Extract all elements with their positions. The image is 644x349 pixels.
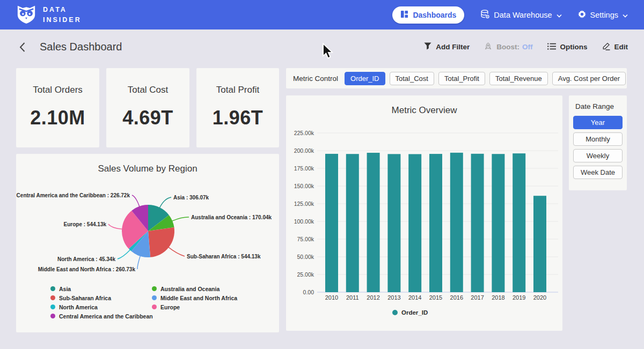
sales-volume-card: Asia : 306.07kAustralia and Oceania : 17… — [16, 154, 279, 332]
legend-item: Asia — [50, 284, 153, 293]
legend-label: Australia and Oceania — [160, 286, 219, 292]
svg-text:2019: 2019 — [513, 294, 525, 301]
legend-dot — [50, 305, 55, 309]
svg-text:50.00k: 50.00k — [297, 254, 314, 260]
legend-label: Central America and the Caribbean — [59, 313, 153, 320]
svg-text:2015: 2015 — [429, 294, 442, 301]
boost-state: Off — [522, 43, 533, 51]
page-title: Sales Dashboard — [40, 41, 122, 53]
rocket-icon — [484, 42, 492, 52]
kpi-card-total-cost: Total Cost 4.69T — [106, 68, 189, 147]
metric-overview-card: 0.0025.00k50.00k75.00k100.00k125.00k150.… — [286, 95, 562, 331]
svg-text:2011: 2011 — [346, 294, 359, 301]
options-button[interactable]: Options — [547, 43, 588, 51]
legend-item: Europe — [152, 302, 237, 311]
date-range-buttons: YearMonthlyWeeklyWeek Date — [573, 116, 623, 179]
legend-item: Australia and Oceania — [152, 284, 237, 293]
dashboards-nav-button[interactable]: Dashboards — [392, 6, 464, 24]
metric-option-avg-cost-per-order[interactable]: Avg. Cost per Order — [552, 72, 626, 85]
metric-option-total-cost[interactable]: Total_Cost — [390, 72, 434, 85]
legend-dot — [50, 314, 55, 318]
database-icon — [480, 10, 489, 20]
date-range-option-monthly[interactable]: Monthly — [573, 132, 623, 146]
svg-text:2016: 2016 — [450, 294, 463, 301]
bar-chart-title: Metric Overview — [286, 95, 562, 116]
legend-dot — [152, 286, 157, 291]
settings-menu[interactable]: Settings — [578, 10, 628, 20]
pie-legend-column-2: Australia and OceaniaMiddle East and Nor… — [152, 284, 237, 311]
svg-text:2010: 2010 — [325, 294, 338, 301]
legend-item: North America — [50, 302, 153, 311]
pie-legend-column-1: AsiaSub-Saharan AfricaNorth AmericaCentr… — [50, 284, 153, 321]
dashboards-grid-icon — [400, 10, 408, 20]
legend-item: Central America and the Caribbean — [50, 311, 153, 321]
legend-label: Sub-Saharan Africa — [59, 295, 111, 301]
date-range-option-week-date[interactable]: Week Date — [573, 166, 623, 179]
settings-label: Settings — [590, 11, 618, 19]
svg-text:2013: 2013 — [387, 294, 400, 301]
data-warehouse-label: Data Warehouse — [494, 11, 552, 19]
add-filter-button[interactable]: Add Filter — [424, 42, 470, 51]
bar-chart: 0.0025.00k50.00k75.00k100.00k125.00k150.… — [286, 95, 562, 331]
svg-text:2018: 2018 — [492, 294, 504, 301]
svg-text:75.00k: 75.00k — [297, 236, 314, 242]
pie-chart-title: Sales Volume by Region — [16, 154, 279, 174]
gear-icon — [578, 10, 586, 20]
kpi-value: 2.10M — [30, 107, 85, 129]
svg-text:Central America and the Caribb: Central America and the Caribbean : 226.… — [17, 192, 130, 198]
sales-dashboard-app: DATA INSIDER Dashboards — [0, 0, 644, 349]
kpi-value: 1.96T — [213, 107, 264, 129]
svg-text:Sub-Saharan Africa : 544.13k: Sub-Saharan Africa : 544.13k — [187, 254, 261, 259]
chevron-down-icon — [557, 11, 562, 19]
kpi-label: Total Profit — [216, 85, 259, 95]
legend-label: North America — [59, 304, 98, 310]
svg-text:2014: 2014 — [408, 294, 421, 301]
svg-text:Order_ID: Order_ID — [401, 309, 428, 316]
kpi-label: Total Cost — [128, 85, 169, 95]
legend-label: Asia — [59, 286, 71, 292]
date-range-panel: Date Range YearMonthlyWeeklyWeek Date — [569, 95, 627, 190]
legend-item: Middle East and North Africa — [152, 293, 237, 302]
svg-text:Asia : 306.07k: Asia : 306.07k — [173, 195, 209, 201]
metric-option-total-profit[interactable]: Total_Profit — [438, 72, 485, 85]
svg-text:225.00k: 225.00k — [294, 130, 314, 136]
legend-label: Middle East and North Africa — [160, 295, 237, 301]
svg-text:25.00k: 25.00k — [297, 271, 314, 278]
metric-control-bar: Metric Control Order_IDTotal_CostTotal_P… — [286, 68, 627, 88]
date-range-option-year[interactable]: Year — [573, 116, 623, 129]
dashboards-label: Dashboards — [413, 11, 456, 19]
brand-logo[interactable]: DATA INSIDER — [16, 4, 82, 26]
svg-text:200.00k: 200.00k — [294, 147, 314, 154]
svg-text:150.00k: 150.00k — [294, 183, 314, 189]
metric-option-order-id[interactable]: Order_ID — [345, 72, 385, 85]
edit-button[interactable]: Edit — [602, 42, 628, 52]
svg-text:2017: 2017 — [471, 294, 484, 301]
legend-dot — [50, 295, 55, 300]
kpi-label: Total Orders — [33, 85, 83, 95]
kpi-value: 4.69T — [122, 107, 173, 129]
metric-control-buttons: Order_IDTotal_CostTotal_ProfitTotal_Reve… — [345, 72, 626, 85]
legend-item: Sub-Saharan Africa — [50, 293, 153, 302]
legend-dot — [152, 305, 157, 309]
date-range-option-weekly[interactable]: Weekly — [573, 149, 623, 162]
data-warehouse-menu[interactable]: Data Warehouse — [480, 10, 561, 20]
svg-text:100.00k: 100.00k — [294, 218, 314, 225]
legend-dot — [50, 286, 55, 291]
brand-name: DATA INSIDER — [43, 5, 82, 24]
pencil-icon — [602, 42, 610, 52]
kpi-card-total-orders: Total Orders 2.10M — [16, 68, 99, 147]
boost-toggle[interactable]: Boost: Off — [484, 42, 532, 52]
svg-text:2020: 2020 — [533, 294, 546, 301]
svg-text:2012: 2012 — [367, 294, 379, 301]
svg-text:North America : 45.34k: North America : 45.34k — [57, 256, 115, 262]
dashboard-header: Sales Dashboard Add Filter Boost: Off — [0, 29, 644, 64]
svg-text:175.00k: 175.00k — [294, 165, 314, 172]
legend-dot — [152, 295, 157, 300]
svg-text:Middle East and North Africa :: Middle East and North Africa : 260.73k — [38, 266, 136, 272]
kpi-card-total-profit: Total Profit 1.96T — [196, 68, 279, 147]
metric-option-total-revenue[interactable]: Total_Revenue — [489, 72, 548, 85]
metric-control-label: Metric Control — [293, 75, 338, 83]
list-options-icon — [547, 43, 556, 51]
back-button[interactable] — [16, 41, 28, 53]
top-nav-actions: Dashboards Data Warehouse — [392, 6, 628, 24]
